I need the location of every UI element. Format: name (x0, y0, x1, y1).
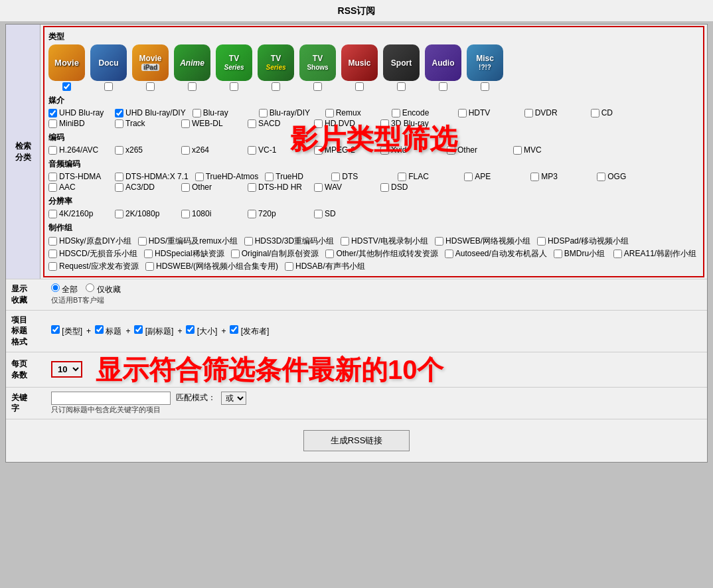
media-track[interactable]: Track (115, 119, 175, 128)
display-note: 仅适用BT客户端 (51, 295, 702, 305)
audio-wav[interactable]: WAV (314, 183, 374, 192)
audio-dtshdma71[interactable]: DTS-HDMA:X 7.1 (115, 172, 189, 181)
display-collect-label: 显示收藏 (11, 283, 46, 306)
audio-truehd-atmos[interactable]: TrueHD-Atmos (195, 172, 259, 181)
audio-codec-items: DTS-HDMA DTS-HDMA:X 7.1 TrueHD-Atmos Tru… (48, 172, 699, 192)
display-all-option[interactable]: 全部 (51, 283, 78, 295)
media-hddvd[interactable]: HD DVD (314, 119, 374, 128)
movie-checkbox[interactable] (62, 82, 71, 91)
anime-checkbox[interactable] (188, 82, 197, 91)
title-bar: RSS订阅 (0, 0, 713, 21)
misc-checkbox[interactable] (481, 82, 489, 91)
match-mode-label: 匹配模式： (176, 392, 216, 404)
group-hdstv[interactable]: HDSTV/电视录制小组 (341, 236, 428, 247)
media-bluray[interactable]: Blu-ray (193, 108, 252, 117)
keyword-input[interactable] (51, 392, 171, 405)
res-1080i[interactable]: 1080i (181, 209, 241, 218)
group-header: 制作组 (48, 222, 699, 234)
res-720p[interactable]: 720p (248, 209, 307, 218)
group-bmdru[interactable]: BMDru小组 (554, 248, 607, 259)
tv-shows-checkbox[interactable] (313, 82, 322, 91)
group-hdsweb2[interactable]: HDSWEB/(网络视频小组合集专用) (145, 261, 278, 272)
res-2k[interactable]: 2K/1080p (115, 209, 175, 218)
group-hdsab[interactable]: HDSAB/有声书小组 (285, 261, 365, 272)
per-page-select[interactable]: 10 20 30 50 (51, 361, 82, 378)
group-hdscd[interactable]: HDSCD/无损音乐小组 (48, 248, 137, 259)
display-favorites-option[interactable]: 仅收藏 (86, 283, 120, 295)
codec-header: 编码 (48, 132, 699, 143)
group-hds3d[interactable]: HDS3D/3D重编码小组 (244, 236, 334, 247)
group-hdsky[interactable]: HDSky/原盘DIY小组 (48, 236, 131, 247)
audio-flac[interactable]: FLAC (398, 172, 457, 181)
generate-rss-button[interactable]: 生成RSS链接 (303, 430, 410, 451)
type-header: 类型 (48, 31, 699, 42)
title-format-subtitle[interactable]: [副标题] (134, 325, 173, 337)
audio-mp3[interactable]: MP3 (530, 172, 590, 181)
audio-aac[interactable]: AAC (48, 183, 108, 192)
media-uhd-bluray[interactable]: UHD Blu-ray (48, 108, 108, 117)
group-items: HDSky/原盘DIY小组 HDS/重编码及remux小组 HDS3D/3D重编… (48, 236, 699, 272)
media-hdtv[interactable]: HDTV (458, 108, 518, 117)
title-format-publisher[interactable]: [发布者] (230, 325, 269, 337)
group-area11[interactable]: AREA11/韩剧作小组 (613, 248, 696, 259)
audio-dtshdma[interactable]: DTS-HDMA (48, 172, 108, 181)
resolution-items: 4K/2160p 2K/1080p 1080i 720p SD (48, 209, 699, 218)
type-item-movie: Movie (48, 44, 85, 91)
media-3d-bluray[interactable]: 3D Blu-ray (380, 119, 440, 128)
movie-icon: Movie (48, 44, 85, 81)
media-minibd[interactable]: MiniBD (48, 119, 108, 128)
codec-vc1[interactable]: VC-1 (248, 145, 307, 155)
audio-checkbox[interactable] (439, 82, 447, 91)
audio-dtshdhr[interactable]: DTS-HD HR (248, 183, 307, 192)
media-encode[interactable]: Encode (392, 108, 451, 117)
sport-checkbox[interactable] (397, 82, 406, 91)
group-original[interactable]: Original/自制原创资源 (231, 248, 319, 259)
page-title: RSS订阅 (338, 5, 376, 16)
codec-h264[interactable]: H.264/AVC (48, 145, 108, 155)
codec-mvc[interactable]: MVC (513, 145, 573, 155)
res-sd[interactable]: SD (314, 209, 374, 218)
title-format-size[interactable]: [大小] (186, 325, 217, 337)
group-autoseed[interactable]: Autoseed/自动发布机器人 (445, 248, 547, 259)
audio-dsd[interactable]: DSD (380, 183, 440, 192)
media-webdl[interactable]: WEB-DL (181, 119, 241, 128)
res-4k[interactable]: 4K/2160p (48, 209, 108, 218)
audio-truehd[interactable]: TrueHD (265, 172, 325, 181)
media-cd[interactable]: CD (591, 108, 651, 117)
group-other[interactable]: Other/其他制作组或转发资源 (325, 248, 437, 259)
group-hdspad[interactable]: HDSPad/移动视频小组 (537, 236, 629, 247)
movie-ipad-checkbox[interactable] (146, 82, 155, 91)
group-request[interactable]: Request/应求发布资源 (48, 261, 139, 272)
group-hdspecial[interactable]: HDSpecial稀缺资源 (144, 248, 224, 259)
title-format-title[interactable]: 标题 (95, 325, 121, 337)
group-hds[interactable]: HDS/重编码及remux小组 (138, 236, 238, 247)
tv-series1-icon: TVSeries (216, 44, 252, 81)
music-checkbox[interactable] (355, 82, 364, 91)
type-item-tv-shows: TVShows (299, 44, 336, 91)
media-bluray-diy[interactable]: Blu-ray/DIY (259, 108, 319, 117)
type-icons-row: Movie Docu MovieiPad (48, 44, 699, 91)
match-mode-select[interactable]: 或 与 (221, 392, 246, 405)
audio-ape[interactable]: APE (464, 172, 524, 181)
type-item-audio: Audio (425, 44, 461, 91)
media-uhd-bluray-diy[interactable]: UHD Blu-ray/DIY (115, 108, 186, 117)
codec-x264[interactable]: x264 (181, 145, 241, 155)
audio-ogg[interactable]: OGG (597, 172, 657, 181)
tv-series1-checkbox[interactable] (230, 82, 238, 91)
codec-x265[interactable]: x265 (115, 145, 175, 155)
title-format-type[interactable]: [类型] (51, 325, 82, 337)
media-sacd[interactable]: SACD (248, 119, 307, 128)
codec-xvid[interactable]: Xvid (380, 145, 440, 155)
keyword-note: 只订阅标题中包含此关键字的项目 (51, 405, 702, 415)
audio-ac3dd[interactable]: AC3/DD (115, 183, 175, 192)
search-classify-label: 检索分类 (6, 25, 40, 279)
tv-series2-checkbox[interactable] (272, 82, 280, 91)
media-dvdr[interactable]: DVDR (524, 108, 584, 117)
audio-dts[interactable]: DTS (331, 172, 391, 181)
media-remux[interactable]: Remux (325, 108, 385, 117)
group-hdsweb[interactable]: HDSWEB/网络视频小组 (435, 236, 530, 247)
codec-other[interactable]: Other (447, 145, 507, 155)
audio-other[interactable]: Other (181, 183, 241, 192)
codec-mpeg2[interactable]: MPEG-2 (314, 145, 374, 155)
docu-checkbox[interactable] (104, 82, 113, 91)
